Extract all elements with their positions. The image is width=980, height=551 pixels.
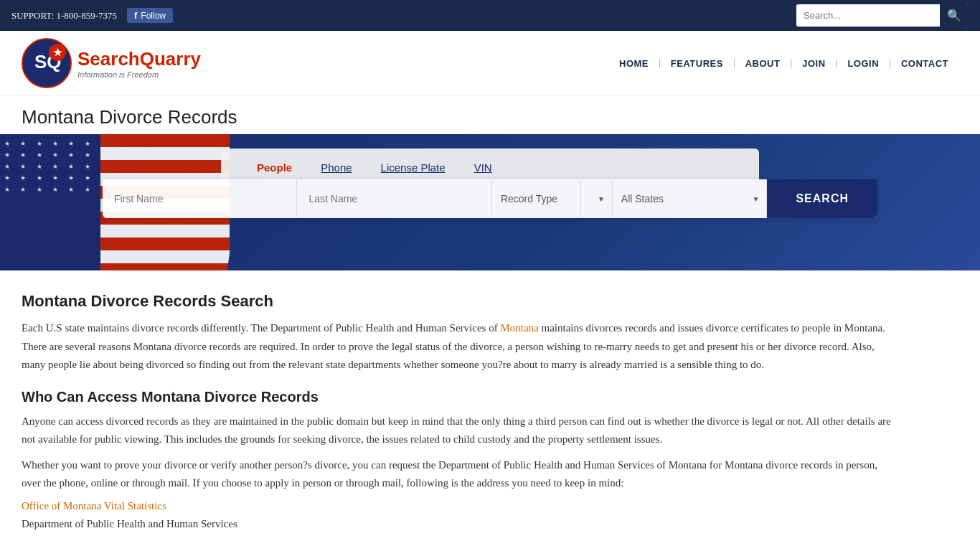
search-tabs: People Phone License Plate VIN xyxy=(221,149,759,179)
tab-vin[interactable]: VIN xyxy=(460,156,507,179)
top-search-input[interactable] xyxy=(796,6,940,24)
top-search-container: 🔍 xyxy=(796,4,969,27)
top-search-button[interactable]: 🔍 xyxy=(940,4,969,27)
logo-text: SearchQuarry Information is Freedom xyxy=(77,48,201,79)
section2-para1: Anyone can access divorced records as th… xyxy=(22,413,897,449)
hero-banner: ★ ★ ★ ★ ★ ★ ★ ★ ★ ★ ★ ★ ★ ★ ★ ★ ★ ★ ★ ★ xyxy=(0,134,980,270)
tab-people[interactable]: People xyxy=(242,156,306,179)
search-button[interactable]: SEARCH xyxy=(767,179,877,218)
section2-para2: Whether you want to prove your divorce o… xyxy=(22,456,897,493)
nav-about[interactable]: ABOUT xyxy=(735,58,791,69)
first-name-input[interactable] xyxy=(103,180,297,217)
nav-home[interactable]: HOME xyxy=(609,58,659,69)
montana-link[interactable]: Montana xyxy=(500,322,538,334)
record-type-select[interactable]: Record Type Divorce Marriage Birth Death… xyxy=(492,180,581,217)
page-title: Montana Divorce Records xyxy=(22,106,958,128)
facebook-icon: f xyxy=(134,10,137,21)
all-states-wrapper: All States Montana Alabama Alaska Arizon… xyxy=(613,180,768,217)
tab-phone[interactable]: Phone xyxy=(306,156,366,179)
last-name-input[interactable] xyxy=(297,180,491,217)
vital-stats-link[interactable]: Office of Montana Vital Statistics xyxy=(22,500,897,512)
facebook-follow-button[interactable]: f Follow xyxy=(127,8,173,23)
nav-features[interactable]: FEATURES xyxy=(661,58,733,69)
top-bar-left: SUPPORT: 1-800-859-7375 f Follow xyxy=(11,8,173,23)
nav-join[interactable]: JOIN xyxy=(792,58,835,69)
content-area: Montana Divorce Records Search Each U.S … xyxy=(0,270,918,551)
page-title-section: Montana Divorce Records xyxy=(0,96,980,134)
support-text: SUPPORT: 1-800-859-7375 xyxy=(11,10,117,22)
search-area: People Phone License Plate VIN Record Ty… xyxy=(0,149,980,218)
logo-icon: SQ ★ xyxy=(22,38,72,88)
logo-area: SQ ★ SearchQuarry Information is Freedom xyxy=(22,38,201,88)
main-nav: HOME | FEATURES | ABOUT | JOIN | LOGIN |… xyxy=(609,57,958,69)
nav-login[interactable]: LOGIN xyxy=(837,58,889,69)
top-bar: SUPPORT: 1-800-859-7375 f Follow 🔍 xyxy=(0,0,980,31)
section1-paragraph: Each U.S state maintains divorce records… xyxy=(22,319,897,375)
section2-heading: Who Can Access Montana Divorce Records xyxy=(22,389,897,405)
svg-text:★: ★ xyxy=(53,47,62,58)
record-type-wrapper: Record Type Divorce Marriage Birth Death… xyxy=(492,180,613,217)
search-form: Record Type Divorce Marriage Birth Death… xyxy=(103,179,877,218)
logo-tagline: Information is Freedom xyxy=(77,70,201,79)
logo-brand: SearchQuarry xyxy=(77,48,201,70)
search-icon: 🔍 xyxy=(947,9,961,22)
nav-contact[interactable]: CONTACT xyxy=(891,58,958,69)
section1-heading: Montana Divorce Records Search xyxy=(22,292,897,311)
tab-license-plate[interactable]: License Plate xyxy=(367,156,460,179)
header: SQ ★ SearchQuarry Information is Freedom… xyxy=(0,31,980,96)
all-states-select[interactable]: All States Montana Alabama Alaska Arizon… xyxy=(613,180,767,217)
vital-stats-dept: Department of Public Health and Human Se… xyxy=(22,515,897,534)
